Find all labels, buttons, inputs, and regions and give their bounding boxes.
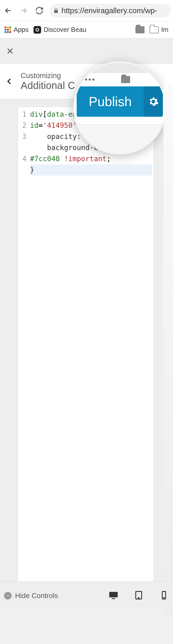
arrow-left-icon: [4, 6, 12, 15]
customizer-back-button[interactable]: [3, 75, 16, 88]
collapse-icon: [4, 592, 12, 600]
back-button[interactable]: [3, 5, 14, 16]
mobile-icon: [159, 590, 169, 600]
browser-toolbar: https://enviragallery.com/wp-: [0, 0, 173, 21]
gear-icon: [148, 96, 159, 107]
more-menu-icon[interactable]: •••: [85, 75, 96, 84]
bookmark-folder[interactable]: [135, 26, 145, 33]
svg-rect-0: [109, 592, 118, 597]
bookmark-imported[interactable]: Im: [150, 26, 168, 34]
css-code-editor[interactable]: 1 2 3 4 div[data-envirabox-id='414950'] …: [18, 107, 154, 609]
publish-settings-button[interactable]: [144, 86, 163, 117]
apps-grid-icon: [5, 27, 11, 33]
bookmark-discover-label: Discover Beau: [44, 26, 86, 34]
apps-shortcut[interactable]: Apps: [5, 26, 28, 34]
publish-button[interactable]: Publish: [77, 86, 144, 117]
folder-outline-icon: [150, 26, 159, 33]
folder-icon: [121, 76, 130, 83]
camera-icon: [34, 26, 41, 34]
reload-button[interactable]: [34, 5, 45, 16]
svg-rect-1: [112, 598, 115, 599]
bookmarks-bar: Apps Discover Beau Im: [0, 21, 173, 38]
folder-icon: [135, 26, 145, 33]
chevron-left-icon: [5, 77, 14, 86]
device-preview-toggle: [108, 590, 169, 601]
bookmark-discover[interactable]: Discover Beau: [34, 26, 86, 34]
svg-point-3: [138, 597, 139, 598]
desktop-icon: [108, 590, 119, 600]
lock-icon: [53, 8, 59, 14]
breadcrumb-context: Customizing: [21, 71, 75, 80]
hide-controls-button[interactable]: Hide Controls: [4, 592, 58, 600]
tablet-icon: [134, 590, 144, 600]
reload-icon: [35, 6, 44, 15]
zoom-callout: ••• Publish: [73, 61, 166, 155]
customizer-actions-bar: [0, 38, 173, 64]
url-text: https://enviragallery.com/wp-: [62, 6, 157, 15]
svg-point-5: [164, 597, 164, 598]
hide-controls-label: Hide Controls: [15, 592, 58, 600]
mobile-preview-button[interactable]: [159, 590, 169, 601]
address-bar[interactable]: https://enviragallery.com/wp-: [49, 4, 170, 17]
line-number-gutter: 1 2 3 4: [18, 107, 28, 609]
code-content[interactable]: div[data-envirabox-id='414950'] .envirab…: [28, 107, 154, 609]
close-icon: [6, 47, 14, 55]
customizer-footer: Hide Controls: [0, 582, 173, 609]
tablet-preview-button[interactable]: [134, 590, 144, 601]
arrow-right-icon: [19, 6, 28, 15]
apps-label: Apps: [14, 26, 28, 34]
bookmark-imported-label: Im: [161, 26, 168, 34]
close-customizer-button[interactable]: [5, 45, 16, 57]
site-preview-edge: [163, 84, 173, 614]
desktop-preview-button[interactable]: [108, 590, 119, 601]
css-editor-panel: 1 2 3 4 div[data-envirabox-id='414950'] …: [0, 99, 173, 609]
forward-button[interactable]: [18, 5, 29, 16]
breadcrumb: Customizing Additional C: [21, 71, 75, 91]
page-title: Additional C: [21, 80, 75, 91]
